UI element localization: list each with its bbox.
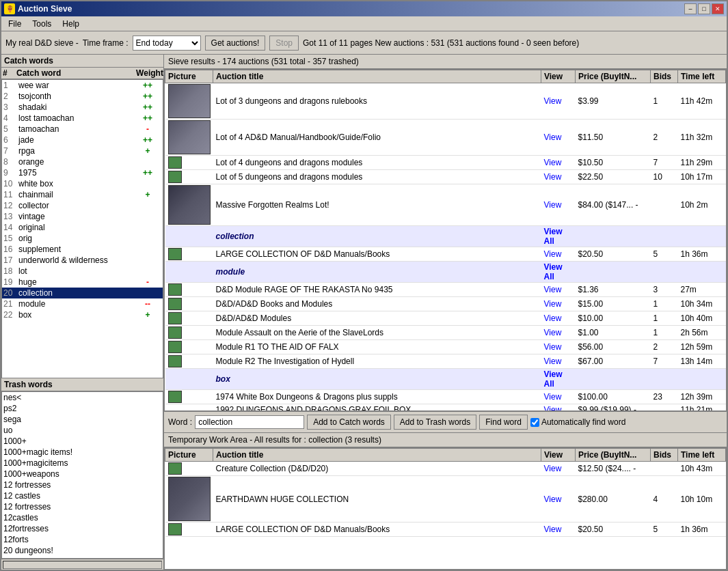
view-link[interactable]: View (544, 405, 562, 411)
view-link[interactable]: View (544, 158, 562, 167)
result-row: Module R2 The Investigation of Hydell Vi… (165, 354, 726, 369)
catch-word-row[interactable]: 2 tsojconth ++ (2, 91, 163, 102)
temp-view-link[interactable]: View (544, 464, 562, 473)
find-word-button[interactable]: Find word (479, 415, 528, 430)
view-link[interactable]: View (544, 96, 562, 106)
trash-word-row[interactable]: uo (2, 425, 163, 436)
trash-word-row[interactable]: 1000+magic items! (2, 447, 163, 458)
view-link[interactable]: View (544, 392, 562, 402)
trash-word-row[interactable]: nes< (2, 392, 163, 403)
close-button[interactable]: ✕ (712, 3, 724, 14)
result-title: LARGE COLLECTION OF D&D Manuals/Books (213, 247, 541, 262)
catch-word-row[interactable]: 4 lost tamoachan ++ (2, 113, 163, 124)
results-table-container[interactable]: Picture Auction title View Price (BuyItN… (164, 69, 727, 411)
result-view[interactable]: View (541, 326, 576, 340)
catch-word-row[interactable]: 22 box + (2, 309, 163, 320)
add-to-catch-button[interactable]: Add to Catch words (307, 415, 391, 430)
view-all-link[interactable]: View All (544, 262, 563, 281)
get-auctions-button[interactable]: Get auctions! (205, 36, 266, 51)
result-view[interactable]: View (541, 283, 576, 297)
menu-file[interactable]: File (3, 18, 27, 30)
catch-word-row[interactable]: 1 wee war ++ (2, 80, 163, 91)
minimize-button[interactable]: – (684, 3, 697, 14)
trash-word-row[interactable]: 1000+ (2, 436, 163, 447)
result-view[interactable]: View (541, 311, 576, 326)
view-link[interactable]: View (544, 200, 562, 210)
trash-word-row[interactable]: 1000+magicitems (2, 458, 163, 469)
temp-view-link[interactable]: View (544, 525, 562, 534)
trash-word-row[interactable]: 12 castles (2, 490, 163, 501)
catch-word-row[interactable]: 19 huge - (2, 277, 163, 288)
catch-word-row[interactable]: 7 rpga + (2, 145, 163, 156)
result-view[interactable]: View (541, 247, 576, 262)
trash-word-row[interactable]: 12fortresses (2, 523, 163, 534)
catch-word-row[interactable]: 3 shadaki ++ (2, 102, 163, 113)
view-link[interactable]: View (544, 249, 562, 259)
catch-word-row[interactable]: 14 original (2, 222, 163, 233)
catch-word-row[interactable]: 8 orange (2, 156, 163, 167)
view-link[interactable]: View (544, 342, 562, 352)
trash-word-row[interactable]: 12castles (2, 512, 163, 523)
result-view[interactable]: View (541, 83, 576, 120)
trash-word-row[interactable]: 12 fortresses (2, 501, 163, 512)
temp-table-container[interactable]: Picture Auction title View Price (BuyItN… (164, 447, 727, 570)
view-link[interactable]: View (544, 133, 562, 142)
word-input[interactable] (195, 415, 304, 429)
trash-word-row[interactable]: 1000+weapons (2, 469, 163, 479)
catch-word-row[interactable]: 10 white box (2, 178, 163, 189)
view-link[interactable]: View (544, 314, 562, 323)
catch-word-row[interactable]: 13 vintage (2, 211, 163, 222)
view-link[interactable]: View (544, 285, 562, 294)
view-link[interactable]: View (544, 328, 562, 337)
catch-word-row[interactable]: 20 collection (2, 288, 163, 298)
catch-word-row[interactable]: 5 tamoachan - (2, 124, 163, 135)
trash-word-row[interactable]: ps2 (2, 403, 163, 414)
result-view[interactable]: View (541, 340, 576, 354)
maximize-button[interactable]: □ (698, 3, 710, 14)
stop-button[interactable]: Stop (269, 36, 299, 51)
result-view[interactable]: View (541, 156, 576, 170)
catch-word-row[interactable]: 16 supplement (2, 244, 163, 255)
result-view[interactable]: View (541, 404, 576, 412)
catch-word-row[interactable]: 18 lot (2, 266, 163, 277)
catch-word-text: jade (18, 135, 134, 145)
catch-word-row[interactable]: 11 chainmail + (2, 189, 163, 200)
group-view-all[interactable]: View All (541, 262, 576, 283)
view-all-link[interactable]: View All (544, 370, 563, 389)
menu-help[interactable]: Help (57, 18, 85, 30)
trash-word-row[interactable]: 12 fortresses (2, 479, 163, 490)
temp-view[interactable]: View (541, 523, 576, 537)
result-view[interactable]: View (541, 354, 576, 369)
temp-view[interactable]: View (541, 476, 576, 523)
timeframe-select[interactable]: End today End in 1 hour End in 2 hours A… (133, 36, 201, 51)
result-view[interactable]: View (541, 120, 576, 156)
result-view[interactable]: View (541, 390, 576, 404)
add-to-trash-button[interactable]: Add to Trash words (394, 415, 476, 430)
view-link[interactable]: View (544, 299, 562, 309)
scroll-track[interactable] (3, 561, 162, 569)
result-view[interactable]: View (541, 297, 576, 311)
auto-find-checkbox[interactable] (530, 418, 539, 427)
trash-word-row[interactable]: 20 dungeons! (2, 545, 163, 556)
view-all-link[interactable]: View All (544, 227, 563, 246)
catch-word-row[interactable]: 9 1975 ++ (2, 167, 163, 178)
group-view-all[interactable]: View All (541, 226, 576, 247)
view-link[interactable]: View (544, 357, 562, 366)
temp-view-link[interactable]: View (544, 495, 562, 504)
trash-word-row[interactable]: 12forts (2, 534, 163, 545)
catch-word-row[interactable]: 21 module -- (2, 298, 163, 309)
catch-word-row[interactable]: 17 underworld & wilderness (2, 255, 163, 266)
left-bottom-scrollbar[interactable] (1, 559, 163, 570)
result-view[interactable]: View (541, 184, 576, 226)
catch-word-row[interactable]: 6 jade ++ (2, 135, 163, 145)
view-link[interactable]: View (544, 172, 562, 182)
result-view[interactable]: View (541, 170, 576, 184)
menu-tools[interactable]: Tools (27, 18, 57, 30)
trash-words-list[interactable]: nes<ps2segauo1000+1000+magic items!1000+… (1, 391, 163, 559)
group-view-all[interactable]: View All (541, 369, 576, 390)
trash-word-row[interactable]: sega (2, 414, 163, 425)
catch-word-row[interactable]: 12 collector (2, 200, 163, 211)
catch-words-list[interactable]: 1 wee war ++ 2 tsojconth ++ 3 shadaki ++… (1, 79, 163, 378)
temp-view[interactable]: View (541, 462, 576, 476)
catch-word-row[interactable]: 15 orig (2, 233, 163, 244)
